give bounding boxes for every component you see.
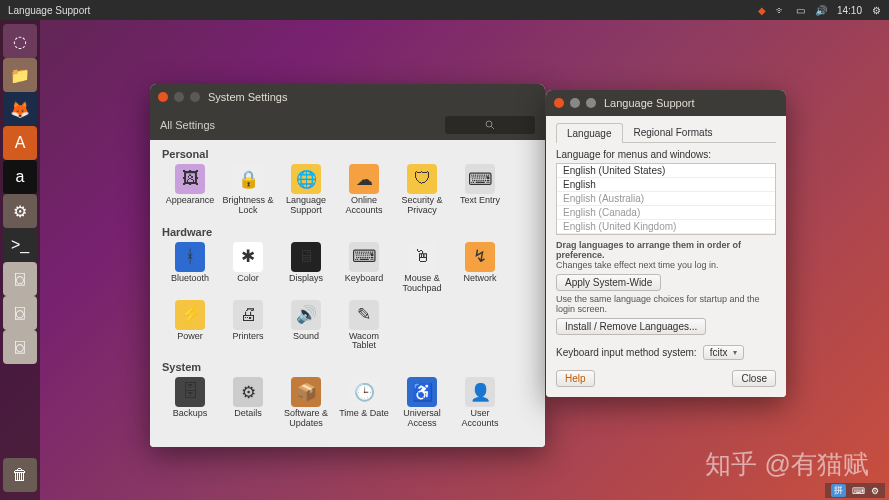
launcher-amazon[interactable]: a bbox=[3, 160, 37, 194]
close-icon[interactable] bbox=[158, 92, 168, 102]
tile-appearance[interactable]: 🖼Appearance bbox=[162, 164, 218, 216]
language-entry[interactable]: English (Australia) bbox=[557, 192, 775, 206]
tab-language[interactable]: Language bbox=[556, 123, 623, 143]
help-button[interactable]: Help bbox=[556, 370, 595, 387]
launcher-ubuntu-software[interactable]: A bbox=[3, 126, 37, 160]
launcher-files[interactable]: 📁 bbox=[3, 58, 37, 92]
menus-label: Language for menus and windows: bbox=[556, 149, 776, 160]
launcher-dash[interactable]: ◌ bbox=[3, 24, 37, 58]
apply-system-wide-button[interactable]: Apply System-Wide bbox=[556, 274, 661, 291]
language-priority-list[interactable]: English (United States)EnglishEnglish (A… bbox=[556, 163, 776, 235]
category-hardware: Hardware ᚼBluetooth✱Color🖥Displays⌨Keybo… bbox=[162, 226, 533, 358]
input-method-indicator[interactable]: 拼 ⌨ ⚙ bbox=[825, 483, 885, 498]
active-app-title: Language Support bbox=[8, 5, 90, 16]
tile-label: Software & Updates bbox=[278, 409, 334, 429]
tab-regional-formats[interactable]: Regional Formats bbox=[623, 122, 724, 142]
close-button[interactable]: Close bbox=[732, 370, 776, 387]
language-entry[interactable]: English bbox=[557, 178, 775, 192]
tile-online-accounts[interactable]: ☁Online Accounts bbox=[336, 164, 392, 216]
category-system: System 🗄Backups⚙Details📦Software & Updat… bbox=[162, 361, 533, 435]
tile-network[interactable]: ↯Network bbox=[452, 242, 508, 294]
tile-label: Keyboard bbox=[345, 274, 384, 284]
tile-label: Displays bbox=[289, 274, 323, 284]
time-date-icon: 🕒 bbox=[349, 377, 379, 407]
all-settings-button[interactable]: All Settings bbox=[160, 119, 215, 131]
system-settings-window: System Settings All Settings Personal 🖼A… bbox=[150, 84, 545, 447]
indicator-battery-icon[interactable]: ▭ bbox=[796, 5, 805, 16]
tile-label: Wacom Tablet bbox=[336, 332, 392, 352]
launcher-trash[interactable]: 🗑 bbox=[3, 458, 37, 492]
minimize-icon[interactable] bbox=[174, 92, 184, 102]
minimize-icon[interactable] bbox=[570, 98, 580, 108]
category-hardware-label: Hardware bbox=[162, 226, 533, 238]
tile-mouse[interactable]: 🖱Mouse & Touchpad bbox=[394, 242, 450, 294]
tile-label: Network bbox=[463, 274, 496, 284]
keyboard-icon: ⌨ bbox=[852, 486, 865, 496]
tile-label: Mouse & Touchpad bbox=[394, 274, 450, 294]
launcher-terminal[interactable]: >_ bbox=[3, 228, 37, 262]
launcher-disk2[interactable]: ⌼ bbox=[3, 296, 37, 330]
tile-label: User Accounts bbox=[452, 409, 508, 429]
install-remove-languages-button[interactable]: Install / Remove Languages... bbox=[556, 318, 706, 335]
tile-language[interactable]: 🌐Language Support bbox=[278, 164, 334, 216]
security-icon: 🛡 bbox=[407, 164, 437, 194]
tile-software-updates[interactable]: 📦Software & Updates bbox=[278, 377, 334, 429]
settings-toolbar: All Settings bbox=[150, 110, 545, 140]
close-icon[interactable] bbox=[554, 98, 564, 108]
category-system-label: System bbox=[162, 361, 533, 373]
indicator-sublime-icon[interactable]: ◆ bbox=[758, 5, 766, 16]
system-settings-titlebar[interactable]: System Settings bbox=[150, 84, 545, 110]
sound-icon: 🔊 bbox=[291, 300, 321, 330]
tile-security[interactable]: 🛡Security & Privacy bbox=[394, 164, 450, 216]
tile-backups[interactable]: 🗄Backups bbox=[162, 377, 218, 429]
keyboard-method-select[interactable]: fcitx bbox=[703, 345, 745, 360]
wacom-icon: ✎ bbox=[349, 300, 379, 330]
maximize-icon[interactable] bbox=[586, 98, 596, 108]
language-entry[interactable]: English (United Kingdom) bbox=[557, 220, 775, 234]
tile-wacom[interactable]: ✎Wacom Tablet bbox=[336, 300, 392, 352]
text-entry-icon: ⌨ bbox=[465, 164, 495, 194]
online-accounts-icon: ☁ bbox=[349, 164, 379, 194]
category-personal-label: Personal bbox=[162, 148, 533, 160]
language-support-window: Language Support Language Regional Forma… bbox=[546, 90, 786, 397]
tile-label: Sound bbox=[293, 332, 319, 342]
language-support-titlebar[interactable]: Language Support bbox=[546, 90, 786, 116]
tile-universal-access[interactable]: ♿Universal Access bbox=[394, 377, 450, 429]
tile-keyboard[interactable]: ⌨Keyboard bbox=[336, 242, 392, 294]
tile-power[interactable]: ⚡Power bbox=[162, 300, 218, 352]
indicator-volume-icon[interactable]: 🔊 bbox=[815, 5, 827, 16]
tile-brightness[interactable]: 🔒Brightness & Lock bbox=[220, 164, 276, 216]
tile-text-entry[interactable]: ⌨Text Entry bbox=[452, 164, 508, 216]
tile-color[interactable]: ✱Color bbox=[220, 242, 276, 294]
tile-label: Appearance bbox=[166, 196, 215, 206]
indicator-wifi-icon[interactable]: ᯤ bbox=[776, 5, 786, 16]
tile-sound[interactable]: 🔊Sound bbox=[278, 300, 334, 352]
bluetooth-icon: ᚼ bbox=[175, 242, 205, 272]
svg-line-1 bbox=[491, 126, 494, 129]
launcher-settings[interactable]: ⚙ bbox=[3, 194, 37, 228]
tile-displays[interactable]: 🖥Displays bbox=[278, 242, 334, 294]
tile-details[interactable]: ⚙Details bbox=[220, 377, 276, 429]
tile-user-accounts[interactable]: 👤User Accounts bbox=[452, 377, 508, 429]
launcher-disk3[interactable]: ⌼ bbox=[3, 330, 37, 364]
indicator-time[interactable]: 14:10 bbox=[837, 5, 862, 16]
tile-label: Backups bbox=[173, 409, 208, 419]
apply-note: Use the same language choices for startu… bbox=[556, 294, 776, 314]
settings-search[interactable] bbox=[445, 116, 535, 134]
tile-label: Power bbox=[177, 332, 203, 342]
launcher-firefox[interactable]: 🦊 bbox=[3, 92, 37, 126]
indicator-power-icon[interactable]: ⚙ bbox=[872, 5, 881, 16]
language-entry[interactable]: English (United States) bbox=[557, 164, 775, 178]
zhihu-watermark: 知乎 @有猫赋 bbox=[705, 447, 869, 482]
mouse-icon: 🖱 bbox=[407, 242, 437, 272]
top-menu-bar: Language Support ◆ ᯤ ▭ 🔊 14:10 ⚙ bbox=[0, 0, 889, 20]
language-entry[interactable]: English (Canada) bbox=[557, 206, 775, 220]
keyboard-method-label: Keyboard input method system: bbox=[556, 347, 697, 358]
tile-printers[interactable]: 🖨Printers bbox=[220, 300, 276, 352]
maximize-icon[interactable] bbox=[190, 92, 200, 102]
tile-label: Bluetooth bbox=[171, 274, 209, 284]
tile-time-date[interactable]: 🕒Time & Date bbox=[336, 377, 392, 429]
tile-bluetooth[interactable]: ᚼBluetooth bbox=[162, 242, 218, 294]
launcher-disk1[interactable]: ⌼ bbox=[3, 262, 37, 296]
keyboard-icon: ⌨ bbox=[349, 242, 379, 272]
